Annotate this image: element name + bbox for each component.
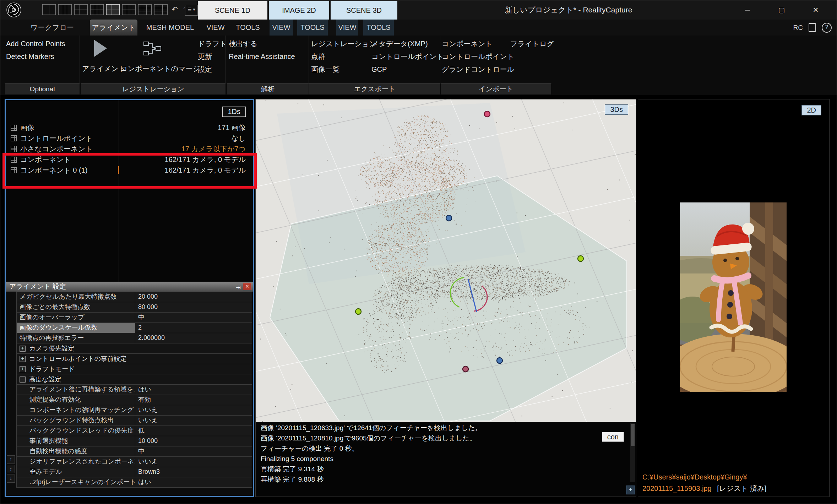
layout-multi-pane-icon[interactable] [138,4,152,15]
console-command-input[interactable]: con [602,432,624,442]
app-logo-icon[interactable] [6,2,22,18]
viewport-3d[interactable]: 3Ds [256,99,636,422]
tab-image-2d[interactable]: IMAGE 2D [269,1,329,20]
close-button[interactable] [804,0,827,20]
draft-button[interactable]: ドラフト [198,38,227,49]
settings-row[interactable]: 自動検出機能の感度中 [17,446,252,457]
settings-row[interactable]: コンポーネントの強制再マッチングいいえ [17,405,252,416]
close-icon[interactable] [243,283,251,290]
setting-value[interactable]: 80 000 [135,302,252,312]
detect-markers-button[interactable]: Detect Markers [6,51,54,62]
setting-value[interactable]: 中 [135,446,252,456]
layout-multi-pane2-icon[interactable] [154,4,168,15]
console-expand-button[interactable]: + [626,486,635,494]
export-control-points-button[interactable]: コントロールポイント [371,51,444,62]
expand-icon[interactable] [20,346,26,352]
layout-preset-dropdown-icon[interactable] [185,5,198,16]
align-images-icon[interactable] [94,40,107,57]
setting-value[interactable]: 中 [135,313,252,323]
ribbon-tab-alignment[interactable]: アライメント [90,20,137,36]
setting-value[interactable]: いいえ [135,416,252,426]
settings-row[interactable]: 歪みモデルBrown3 [17,467,252,477]
ribbon-tab-tools-3[interactable]: TOOLS [363,20,394,36]
settings-row-selected[interactable]: 画像のダウンスケール係数2 [17,323,252,333]
import-control-points-button[interactable]: コントロールポイント [442,51,514,62]
import-ground-control-button[interactable]: グランドコントロール [442,64,514,75]
settings-row[interactable]: 画像ごとの最大特徴点数80 000 [17,302,252,313]
setting-value[interactable]: 2 [135,323,252,333]
settings-row[interactable]: 測定提案の有効化有効 [17,395,252,405]
export-point-cloud-button[interactable]: 点群 [311,51,325,62]
setting-value[interactable]: 10 000 [135,436,252,446]
settings-row[interactable]: 事前選択機能10 000 [17,436,252,446]
setting-value[interactable]: Brown3 [135,467,252,477]
tab-scene-1d[interactable]: SCENE 1D [198,1,267,20]
update-button[interactable]: 更新 [198,51,212,62]
setting-value[interactable]: はい [135,477,252,487]
ribbon-tab-view-1[interactable]: VIEW [203,20,228,36]
setting-value[interactable]: 低 [135,426,252,436]
scroll-down-button[interactable] [7,475,15,483]
ribbon-tab-tools-2[interactable]: TOOLS [297,20,328,36]
ribbon-tab-view-2[interactable]: VIEW [270,20,293,36]
tree-item-component-0[interactable]: コンポーネント 0 (1) 162/171 カメラ, 0 モデル [11,165,249,175]
settings-row[interactable]: メガピクセルあたり最大特徴点数20 000 [17,292,252,302]
document-icon[interactable] [809,23,816,32]
add-control-points-button[interactable]: Add Control Points [6,38,65,49]
tab-scene-3d[interactable]: SCENE 3D [331,1,397,20]
export-registration-button[interactable]: レジストレーション [311,38,376,49]
settings-row[interactable]: アライメント後に再構築する領域を...はい [17,385,252,395]
layout-three-pane-icon[interactable] [58,4,72,15]
export-image-list-button[interactable]: 画像一覧 [311,64,339,75]
align-images-label[interactable]: アライメント [82,63,126,74]
help-icon[interactable] [822,23,832,33]
scroll-up-button[interactable] [7,455,15,464]
settings-group-advanced[interactable]: 高度な設定 [17,374,252,385]
settings-group-camera-priors[interactable]: カメラ優先設定 [17,343,252,354]
expand-icon[interactable] [20,356,26,362]
collapse-icon[interactable] [20,376,26,383]
layout-split-right-icon[interactable] [74,4,88,15]
settings-row[interactable]: 画像のオーバーラップ中 [17,313,252,323]
export-metadata-xmp-button[interactable]: メタデータ(XMP) [371,38,428,49]
merge-components-label[interactable]: コンポーネントのマージ [120,63,200,74]
console-scrollbar[interactable] [630,423,635,482]
setting-value[interactable]: 20 000 [135,292,252,302]
tree-item-small-components[interactable]: 小さなコンポーネント 17 カメラ以下が7つ [11,143,249,154]
point-cloud-canvas[interactable] [256,99,636,422]
tree-item-component-hidden[interactable]: コンポーネント 162/171 カメラ, 0 モデル [11,154,249,165]
settings-group-draft-mode[interactable]: ドラフトモード [17,364,252,374]
ribbon-tab-view-3[interactable]: VIEW [336,20,358,36]
setting-value[interactable]: いいえ [135,457,252,467]
layout-grid-icon[interactable] [90,4,104,15]
import-component-button[interactable]: コンポーネント [442,38,493,49]
settings-button[interactable]: 設定 [198,64,212,75]
merge-components-icon[interactable] [143,40,162,58]
undo-icon[interactable]: ↶ [170,4,179,15]
setting-value[interactable]: 有効 [135,395,252,405]
ribbon-tab-workflow[interactable]: ワークフロー [20,20,84,36]
dock-icon[interactable] [236,283,241,293]
settings-row[interactable]: ..zfprjレーザースキャンのインポート...はい [17,477,252,488]
view-type-badge-2d[interactable]: 2D [801,105,821,115]
scrollbar-thumb[interactable] [631,424,635,446]
scroll-both-button[interactable] [7,465,15,473]
setting-value[interactable]: 2.000000 [135,333,252,343]
tree-item-control-points[interactable]: コントロールポイント なし [11,133,249,143]
settings-row[interactable]: 特徴点の再投影エラー2.000000 [17,333,252,343]
expand-icon[interactable] [20,366,26,372]
layout-grid2-icon[interactable] [122,4,136,15]
setting-value[interactable]: はい [135,385,252,395]
maximize-button[interactable] [770,0,793,20]
settings-group-control-point-priors[interactable]: コントロールポイントの事前設定 [17,354,252,364]
layout-current-icon[interactable] [106,4,120,15]
settings-row[interactable]: ジオリファレンスされたコンポーネント...いいえ [17,457,252,467]
setting-value[interactable]: いいえ [135,405,252,415]
settings-row[interactable]: バックグラウンド特徴点検出いいえ [17,416,252,426]
ribbon-tab-tools-1[interactable]: TOOLS [233,20,263,36]
minimize-button[interactable] [736,0,759,20]
view-type-badge-3ds[interactable]: 3Ds [605,104,628,115]
layout-two-pane-icon[interactable] [42,4,56,15]
ribbon-tab-mesh-model[interactable]: MESH MODEL [143,20,197,36]
view-type-badge-1ds[interactable]: 1Ds [222,107,246,117]
